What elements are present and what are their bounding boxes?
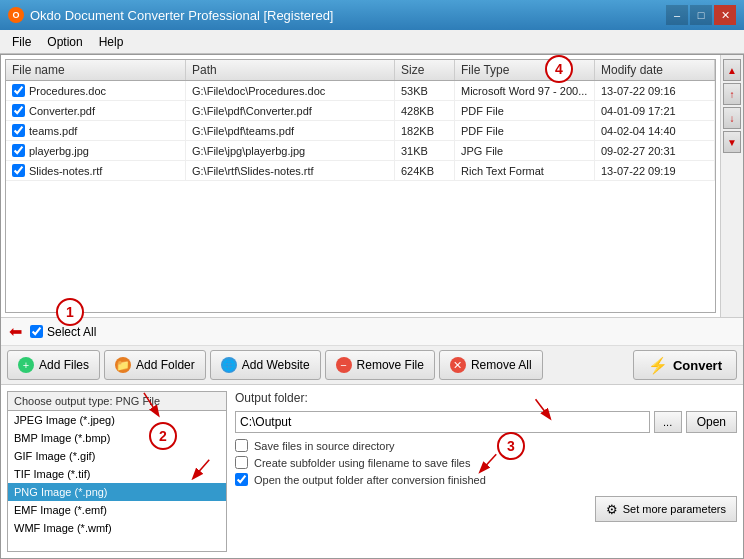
cell-name-1: Converter.pdf <box>6 101 186 120</box>
set-more-params-button[interactable]: ⚙ Set more parameters <box>595 496 737 522</box>
file-check-4[interactable] <box>12 164 25 177</box>
cell-mod-0: 13-07-22 09:16 <box>595 81 715 100</box>
add-website-button[interactable]: 🌐 Add Website <box>210 350 321 380</box>
gear-icon: ⚙ <box>606 502 618 517</box>
cell-size-0: 53KB <box>395 81 455 100</box>
add-website-icon: 🌐 <box>221 357 237 373</box>
cell-mod-2: 04-02-04 14:40 <box>595 121 715 140</box>
cell-path-3: G:\File\jpg\playerbg.jpg <box>186 141 395 160</box>
add-files-button[interactable]: + Add Files <box>7 350 100 380</box>
convert-button[interactable]: ⚡ Convert <box>633 350 737 380</box>
open-after-label: Open the output folder after conversion … <box>254 474 486 486</box>
scroll-up-button[interactable]: ↑ <box>723 83 741 105</box>
menu-option[interactable]: Option <box>39 33 90 51</box>
file-check-2[interactable] <box>12 124 25 137</box>
menu-help[interactable]: Help <box>91 33 132 51</box>
list-item[interactable]: BMP Image (*.bmp) <box>8 429 226 447</box>
output-folder-panel: Output folder: ... Open 3 Save files in … <box>235 391 737 552</box>
cell-mod-3: 09-02-27 20:31 <box>595 141 715 160</box>
annotation-2: 2 <box>149 422 177 450</box>
bottom-panel: Choose output type: PNG File JPEG Image … <box>1 385 743 558</box>
create-subfolder-label: Create subfolder using filename to save … <box>254 457 470 469</box>
col-filetype: File Type <box>455 60 595 80</box>
browse-folder-button[interactable]: ... <box>654 411 682 433</box>
remove-all-button[interactable]: ✕ Remove All <box>439 350 543 380</box>
cell-name-4: Slides-notes.rtf <box>6 161 186 180</box>
open-after-checkbox[interactable] <box>235 473 248 486</box>
output-folder-label: Output folder: <box>235 391 308 405</box>
options-area: Save files in source directory Create su… <box>235 439 737 486</box>
scroll-bottom-button[interactable]: ▼ <box>723 131 741 153</box>
table-row: Slides-notes.rtf G:\File\rtf\Slides-note… <box>6 161 715 181</box>
scroll-top-button[interactable]: ▲ <box>723 59 741 81</box>
select-all-checkbox[interactable] <box>30 325 43 338</box>
list-item-selected[interactable]: PNG Image (*.png) <box>8 483 226 501</box>
col-size: Size <box>395 60 455 80</box>
menu-file[interactable]: File <box>4 33 39 51</box>
cell-path-2: G:\File\pdf\teams.pdf <box>186 121 395 140</box>
table-row: playerbg.jpg G:\File\jpg\playerbg.jpg 31… <box>6 141 715 161</box>
output-folder-input-row: ... Open <box>235 411 737 433</box>
cell-type-1: PDF File <box>455 101 595 120</box>
file-list-container: File name Path Size File Type Modify dat… <box>1 55 743 318</box>
nav-icon: ⬅ <box>9 322 22 341</box>
output-type-label: Choose output type: PNG File <box>8 392 226 411</box>
save-source-label: Save files in source directory <box>254 440 395 452</box>
add-files-icon: + <box>18 357 34 373</box>
option-save-source: Save files in source directory <box>235 439 737 452</box>
list-item[interactable]: EMF Image (*.emf) <box>8 501 226 519</box>
col-filename: File name <box>6 60 186 80</box>
cell-size-3: 31KB <box>395 141 455 160</box>
list-item[interactable]: JPEG Image (*.jpeg) <box>8 411 226 429</box>
cell-path-4: G:\File\rtf\Slides-notes.rtf <box>186 161 395 180</box>
file-check-0[interactable] <box>12 84 25 97</box>
add-folder-button[interactable]: 📁 Add Folder <box>104 350 206 380</box>
app-icon: O <box>8 7 24 23</box>
file-rows: Procedures.doc G:\File\doc\Procedures.do… <box>6 81 715 309</box>
list-item[interactable]: GIF Image (*.gif) <box>8 447 226 465</box>
table-row: Converter.pdf G:\File\pdf\Converter.pdf … <box>6 101 715 121</box>
file-check-3[interactable] <box>12 144 25 157</box>
convert-icon: ⚡ <box>648 356 668 375</box>
minimize-button[interactable]: – <box>666 5 688 25</box>
remove-file-button[interactable]: − Remove File <box>325 350 435 380</box>
scroll-down-button[interactable]: ↓ <box>723 107 741 129</box>
cell-size-4: 624KB <box>395 161 455 180</box>
remove-file-icon: − <box>336 357 352 373</box>
list-item[interactable]: WMF Image (*.wmf) <box>8 519 226 537</box>
window-title: Okdo Document Converter Professional [Re… <box>30 8 333 23</box>
output-type-panel: Choose output type: PNG File JPEG Image … <box>7 391 227 552</box>
cell-type-0: Microsoft Word 97 - 200... <box>455 81 595 100</box>
cell-mod-1: 04-01-09 17:21 <box>595 101 715 120</box>
cell-path-1: G:\File\pdf\Converter.pdf <box>186 101 395 120</box>
output-folder-input[interactable] <box>235 411 650 433</box>
cell-type-4: Rich Text Format <box>455 161 595 180</box>
annotation-3: 3 <box>497 432 525 460</box>
save-source-checkbox[interactable] <box>235 439 248 452</box>
menu-bar: File Option Help <box>0 30 744 54</box>
create-subfolder-checkbox[interactable] <box>235 456 248 469</box>
table-row: Procedures.doc G:\File\doc\Procedures.do… <box>6 81 715 101</box>
cell-size-2: 182KB <box>395 121 455 140</box>
col-path: Path <box>186 60 395 80</box>
main-window: File name Path Size File Type Modify dat… <box>0 54 744 559</box>
add-folder-icon: 📁 <box>115 357 131 373</box>
select-all-label[interactable]: Select All <box>47 325 96 339</box>
select-all-area: ⬅ Select All 1 <box>1 318 743 346</box>
cell-name-0: Procedures.doc <box>6 81 186 100</box>
toolbar: + Add Files 📁 Add Folder 🌐 Add Website −… <box>1 346 743 385</box>
option-open-after: Open the output folder after conversion … <box>235 473 737 486</box>
output-type-list[interactable]: JPEG Image (*.jpeg) BMP Image (*.bmp) GI… <box>8 411 226 551</box>
open-folder-button[interactable]: Open <box>686 411 737 433</box>
remove-all-icon: ✕ <box>450 357 466 373</box>
file-check-1[interactable] <box>12 104 25 117</box>
option-create-subfolder: Create subfolder using filename to save … <box>235 456 737 469</box>
cell-type-3: JPG File <box>455 141 595 160</box>
cell-path-0: G:\File\doc\Procedures.doc <box>186 81 395 100</box>
close-button[interactable]: ✕ <box>714 5 736 25</box>
annotation-4: 4 <box>545 55 573 83</box>
table-header: File name Path Size File Type Modify dat… <box>6 60 715 81</box>
col-modified: Modify date <box>595 60 715 80</box>
list-item[interactable]: TIF Image (*.tif) <box>8 465 226 483</box>
maximize-button[interactable]: □ <box>690 5 712 25</box>
